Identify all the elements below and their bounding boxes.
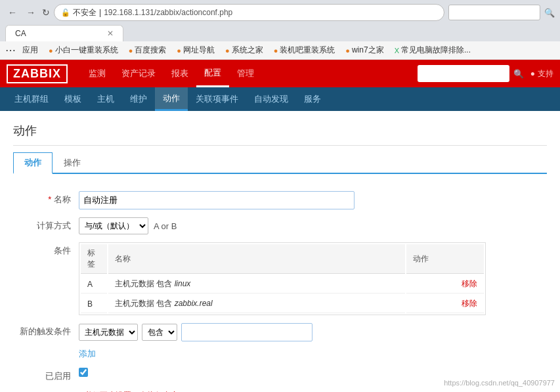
- protocol-label: 不安全: [73, 7, 97, 18]
- bookmark-icon-win7: ●: [345, 47, 350, 54]
- condition-tag-a: A: [81, 275, 107, 294]
- forward-button[interactable]: →: [24, 5, 38, 20]
- page-content: 动作 动作 操作 名称 计算方式 与/或（默认）: [0, 111, 560, 392]
- topnav-item-reports[interactable]: 报表: [163, 60, 196, 87]
- topnav-item-assets[interactable]: 资产记录: [114, 60, 163, 87]
- bookmark-win7[interactable]: ● win7之家: [341, 43, 387, 57]
- name-input[interactable]: [79, 191, 355, 209]
- trigger-type-select[interactable]: 主机元数据: [79, 324, 138, 341]
- support-label: 支持: [538, 68, 553, 79]
- page-title: 动作: [13, 118, 547, 146]
- condition-name-a: 主机元数据 包含 linux: [108, 275, 405, 294]
- conditions-table: 标签 名称 动作 A 主机元数据 包含 linux: [79, 242, 486, 315]
- bookmark-baidu[interactable]: ● 百度搜索: [125, 43, 171, 57]
- topnav-search-input[interactable]: [418, 65, 509, 82]
- tab-actions[interactable]: 动作: [13, 152, 53, 174]
- subnav-item-templates[interactable]: 模板: [56, 87, 89, 111]
- calc-formula: A or B: [154, 221, 177, 231]
- condition-action-b: 移除: [406, 295, 484, 313]
- address-bar[interactable]: 🔓 不安全 | 192.168.1.131/zabbix/actionconf.…: [54, 4, 444, 21]
- bookmark-install[interactable]: ● 装机吧重装系统: [270, 43, 339, 57]
- subnav-item-actions[interactable]: 动作: [155, 87, 188, 111]
- bookmark-icon-system: ●: [225, 47, 230, 54]
- remove-button-a[interactable]: 移除: [462, 279, 477, 288]
- bookmark-label: win7之家: [352, 45, 384, 56]
- address-text: 192.168.1.131/zabbix/actionconf.php: [104, 8, 437, 17]
- condition-italic-a: linux: [175, 279, 191, 288]
- calc-row: 计算方式 与/或（默认） A or B: [13, 217, 547, 234]
- topnav-item-config[interactable]: 配置: [196, 60, 229, 87]
- subnav-item-correlation[interactable]: 关联项事件: [188, 87, 246, 111]
- new-trigger-label: 新的触发条件: [13, 323, 79, 338]
- bookmark-label: 网址导航: [183, 45, 215, 56]
- subnav-item-services[interactable]: 服务: [296, 87, 329, 111]
- trigger-value-input[interactable]: [181, 323, 312, 341]
- calc-label: 计算方式: [13, 217, 79, 232]
- conditions-header-row: 标签 名称 动作: [81, 244, 484, 274]
- address-separator: |: [99, 8, 101, 17]
- browser-chrome: ← → ↻ 🔓 不安全 | 192.168.1.131/zabbix/actio…: [0, 0, 560, 41]
- conditions-label: 条件: [13, 242, 79, 257]
- new-trigger-control: 主机元数据 包含 添加: [79, 323, 547, 360]
- form-tabs: 动作 操作: [13, 152, 547, 174]
- bookmark-icon-reinstall: ●: [49, 47, 53, 54]
- bookmarks-bar: ⋯ 应用 ● 小白一键重装系统 ● 百度搜索 ● 网址导航 ● 系统之家 ● 装…: [0, 41, 560, 60]
- name-row: 名称: [13, 191, 547, 209]
- support-button[interactable]: ● 支持: [530, 68, 553, 79]
- back-button[interactable]: ←: [5, 5, 20, 20]
- subnav-item-hosts[interactable]: 主机: [89, 87, 122, 111]
- add-condition-link[interactable]: 添加: [79, 348, 96, 360]
- bookmark-label: 百度搜索: [135, 45, 166, 56]
- col-header-tag: 标签: [81, 244, 107, 274]
- topnav-item-admin[interactable]: 管理: [229, 60, 262, 87]
- zabbix-logo: ZABBIX: [7, 64, 68, 83]
- name-label: 名称: [13, 191, 79, 206]
- subnav-item-discovery[interactable]: 自动发现: [246, 87, 296, 111]
- enabled-label: 已启用: [13, 368, 79, 382]
- calc-select[interactable]: 与/或（默认）: [79, 217, 148, 234]
- browser-toolbar: ← → ↻ 🔓 不安全 | 192.168.1.131/zabbix/actio…: [5, 4, 555, 21]
- bookmark-reinstall[interactable]: ● 小白一键重装系统: [45, 43, 122, 57]
- new-trigger-row: 新的触发条件 主机元数据 包含 添加: [13, 323, 547, 360]
- bookmark-icon-nav: ●: [177, 47, 181, 54]
- tab-close-button[interactable]: ✕: [107, 29, 114, 38]
- browser-tab[interactable]: CA ✕: [5, 25, 123, 41]
- condition-italic-b: zabbix.real: [175, 299, 213, 308]
- condition-row-b: B 主机元数据 包含 zabbix.real 移除: [81, 295, 484, 313]
- remove-button-b[interactable]: 移除: [462, 299, 477, 308]
- form-body: 名称 计算方式 与/或（默认） A or B: [13, 185, 547, 392]
- bookmark-troubleshoot[interactable]: X 常见电脑故障排除...: [391, 43, 475, 57]
- bookmark-systemhome[interactable]: ● 系统之家: [221, 43, 267, 57]
- sub-navigation: 主机群组 模板 主机 维护 动作 关联项事件 自动发现 服务: [0, 87, 560, 111]
- reload-button[interactable]: ↻: [42, 7, 50, 18]
- apps-icon[interactable]: ⋯: [5, 44, 16, 56]
- condition-action-a: 移除: [406, 275, 484, 294]
- subnav-item-hostgroups[interactable]: 主机群组: [7, 87, 56, 111]
- watermark: https://blog.csdn.net/qq_40907977: [444, 379, 555, 387]
- top-navigation: ZABBIX 监测 资产记录 报表 配置 管理 🔍 ● 支持: [0, 60, 560, 87]
- search-icon[interactable]: 🔍: [513, 69, 524, 79]
- subnav-item-maintenance[interactable]: 维护: [122, 87, 155, 111]
- browser-search-icon[interactable]: 🔍: [544, 8, 555, 18]
- topnav-item-monitor[interactable]: 监测: [81, 60, 114, 87]
- bookmark-apps[interactable]: 应用: [18, 43, 42, 57]
- enabled-checkbox[interactable]: [79, 368, 88, 377]
- enabled-control: [79, 368, 547, 377]
- tab-title: CA: [15, 29, 26, 38]
- bookmark-icon-install: ●: [274, 47, 278, 54]
- browser-tabs: CA ✕: [5, 25, 555, 41]
- col-header-name: 名称: [108, 244, 405, 274]
- name-control: [79, 191, 547, 209]
- bookmark-icon-baidu: ●: [129, 47, 133, 54]
- bookmark-icon-trouble: X: [395, 47, 399, 54]
- tab-operations[interactable]: 操作: [53, 152, 92, 174]
- topnav-search: 🔍: [418, 65, 524, 82]
- bookmark-nav[interactable]: ● 网址导航: [173, 43, 219, 57]
- top-menu: 监测 资产记录 报表 配置 管理: [81, 60, 418, 87]
- browser-search-input[interactable]: [448, 5, 540, 20]
- zabbix-app: ZABBIX 监测 资产记录 报表 配置 管理 🔍 ● 支持 主机群组 模板 主…: [0, 60, 560, 392]
- calc-control: 与/或（默认） A or B: [79, 217, 547, 234]
- condition-row-a: A 主机元数据 包含 linux 移除: [81, 275, 484, 294]
- support-icon: ●: [530, 69, 535, 78]
- trigger-operator-select[interactable]: 包含: [142, 324, 177, 341]
